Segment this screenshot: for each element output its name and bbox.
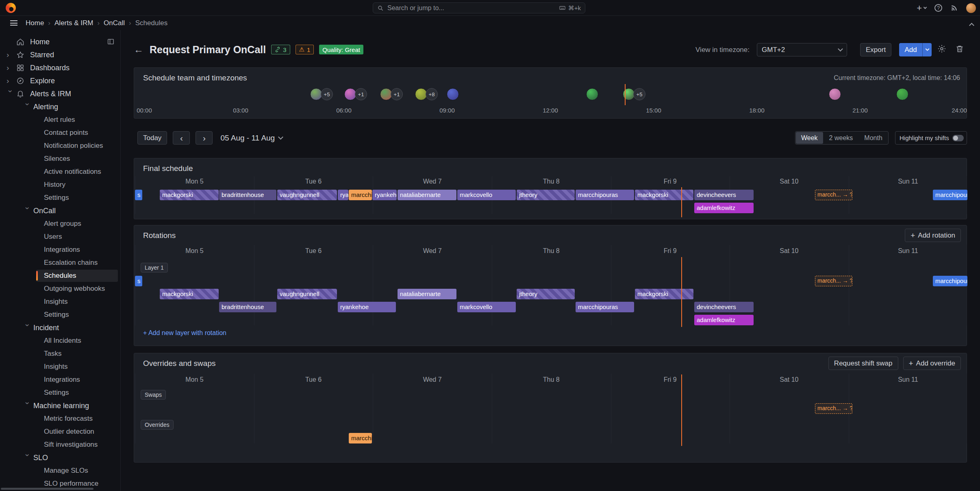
add-override-button[interactable]: + Add override [903, 357, 961, 370]
sidebar-item-outgoing-webhooks[interactable]: Outgoing webhooks [0, 282, 120, 295]
shift-block-marcchip[interactable]: marcchip [349, 433, 372, 443]
chevron-right-icon[interactable]: › [7, 50, 16, 59]
view-option-2-weeks[interactable]: 2 weeks [824, 132, 858, 144]
sidebar-item-metric-forecasts[interactable]: Metric forecasts [0, 412, 120, 425]
sidebar-item-manage-slos[interactable]: Manage SLOs [0, 464, 120, 477]
chevron-right-icon[interactable]: › [7, 76, 16, 85]
avatar-overflow-badge[interactable]: +5 [321, 88, 333, 100]
quality-badge[interactable]: Quality: Great [319, 45, 363, 54]
help-button[interactable]: ? [934, 4, 942, 12]
shift-block-rya[interactable]: rya [338, 190, 348, 200]
sidebar-item-settings[interactable]: Settings [0, 386, 120, 399]
next-week-button[interactable]: › [196, 131, 213, 145]
rss-icon[interactable] [950, 4, 958, 12]
sidebar-item-home[interactable]: ›Home [0, 35, 120, 48]
sidebar-item-integrations[interactable]: Integrations [0, 373, 120, 386]
sidebar-item-notification-policies[interactable]: Notification policies [0, 139, 120, 152]
sidebar-item-incident[interactable]: ›Incident [0, 321, 120, 334]
prev-week-button[interactable]: ‹ [173, 131, 190, 145]
shift-block-ryankeho[interactable]: ryankeho [372, 190, 397, 200]
shift-block-marcchipouras[interactable]: marcchipouras [576, 190, 634, 200]
sidebar-item-slo[interactable]: ›SLO [0, 451, 120, 464]
new-menu-button[interactable]: + [917, 3, 926, 13]
sidebar-item-dashboards[interactable]: ›Dashboards [0, 61, 120, 74]
chevron-down-icon[interactable]: › [23, 207, 32, 215]
add-rotation-button[interactable]: + Add rotation [905, 229, 961, 242]
user-avatar[interactable] [829, 88, 841, 100]
user-profile-avatar[interactable] [966, 3, 976, 13]
shift-block-markcovello[interactable]: markcovello [457, 190, 516, 200]
shift-block-mackgorski[interactable]: mackgorski [160, 289, 219, 299]
sidebar-item-users[interactable]: Users [0, 230, 120, 243]
sidebar-item-outlier-detection[interactable]: Outlier detection [0, 425, 120, 438]
shift-block-markcovello[interactable]: markcovello [457, 302, 516, 312]
shift-block-marcchip[interactable]: marcchip [349, 190, 372, 200]
request-shift-swap-button[interactable]: Request shift swap [828, 357, 898, 370]
shift-block-s[interactable]: s [135, 276, 142, 286]
shift-block-adamlefkowitz[interactable]: adamlefkowitz [694, 315, 754, 325]
avatar-overflow-badge[interactable]: +1 [355, 88, 367, 100]
breadcrumb-item-oncall[interactable]: OnCall [104, 19, 125, 27]
add-layer-link[interactable]: + Add new layer with rotation [143, 329, 226, 337]
chevron-down-icon[interactable]: › [23, 454, 32, 462]
sidebar-item-contact-points[interactable]: Contact points [0, 126, 120, 139]
sidebar-item-starred[interactable]: ›Starred [0, 48, 120, 61]
shift-block-marcchipoura[interactable]: marcchipoura [933, 190, 967, 200]
dock-menu-icon[interactable] [107, 38, 115, 48]
sidebar-item-schedules[interactable]: Schedules [0, 269, 120, 282]
search-box[interactable]: ⌘+k [373, 2, 585, 13]
sidebar-scrollbar[interactable] [1, 488, 93, 490]
collapse-up-icon[interactable] [970, 22, 973, 29]
menu-toggle-icon[interactable] [10, 20, 17, 26]
avatar-overflow-badge[interactable]: +8 [426, 88, 438, 100]
settings-gear-button[interactable] [937, 44, 948, 55]
view-option-week[interactable]: Week [796, 132, 823, 144]
shift-block-marcch[interactable]: marcch... → ? [815, 276, 852, 286]
timezone-select[interactable]: GMT+2 [757, 43, 847, 56]
links-badge[interactable]: 3 [271, 45, 290, 54]
shift-block-mackgorski[interactable]: mackgorski [635, 190, 693, 200]
shift-block-marcch[interactable]: marcch... → ? [815, 190, 852, 200]
shift-block-jtheory[interactable]: jtheory [517, 190, 575, 200]
add-dropdown-toggle[interactable] [923, 50, 932, 50]
shift-block-vaughngunnell[interactable]: vaughngunnell [277, 289, 337, 299]
export-button[interactable]: Export [860, 43, 891, 56]
shift-block-mackgorski[interactable]: mackgorski [160, 190, 219, 200]
sidebar-item-history[interactable]: History [0, 178, 120, 191]
chevron-down-icon[interactable]: › [6, 90, 15, 98]
shift-block-nataliabernarte[interactable]: nataliabernarte [398, 289, 456, 299]
breadcrumb-item-home[interactable]: Home [26, 19, 44, 27]
sidebar-item-machine-learning[interactable]: ›Machine learning [0, 399, 120, 412]
avatar-overflow-badge[interactable]: +1 [391, 88, 403, 100]
grafana-logo[interactable] [6, 3, 16, 13]
shift-block-bradrittenhouse[interactable]: bradrittenhouse [219, 190, 276, 200]
sidebar-item-alerting[interactable]: ›Alerting [0, 100, 120, 113]
sidebar-item-sift-investigations[interactable]: Sift investigations [0, 438, 120, 451]
sidebar-item-tasks[interactable]: Tasks [0, 347, 120, 360]
chevron-down-icon[interactable]: › [23, 324, 32, 332]
sidebar-item-explore[interactable]: ›Explore [0, 74, 120, 87]
shift-block-marcchipouras[interactable]: marcchipouras [576, 302, 634, 312]
shift-block-marcch[interactable]: marcch... → ? [815, 403, 852, 414]
sidebar-item-silences[interactable]: Silences [0, 152, 120, 165]
back-button[interactable]: ← [134, 44, 143, 55]
shift-block-mackgorski[interactable]: mackgorski [635, 289, 693, 299]
today-button[interactable]: Today [137, 131, 167, 145]
breadcrumb-item-alerts-irm[interactable]: Alerts & IRM [54, 19, 93, 27]
shift-block-vaughngunnell[interactable]: vaughngunnell [277, 190, 337, 200]
sidebar-item-settings[interactable]: Settings [0, 191, 120, 204]
sidebar-item-integrations[interactable]: Integrations [0, 243, 120, 256]
view-option-month[interactable]: Month [859, 132, 887, 144]
avatar-overflow-badge[interactable]: +5 [633, 88, 645, 100]
shift-block-devincheevers[interactable]: devincheevers [694, 190, 754, 200]
sidebar-item-active-notifications[interactable]: Active notifications [0, 165, 120, 178]
delete-button[interactable] [955, 44, 966, 55]
sidebar-item-alert-rules[interactable]: Alert rules [0, 113, 120, 126]
search-input[interactable] [387, 4, 555, 12]
sidebar-item-alert-groups[interactable]: Alert groups [0, 217, 120, 230]
chevron-down-icon[interactable]: › [23, 402, 32, 410]
sidebar-item-insights[interactable]: Insights [0, 295, 120, 308]
sidebar-item-all-incidents[interactable]: All Incidents [0, 334, 120, 347]
shift-block-ryankehoe[interactable]: ryankehoe [338, 302, 396, 312]
chevron-down-icon[interactable]: › [23, 103, 32, 111]
